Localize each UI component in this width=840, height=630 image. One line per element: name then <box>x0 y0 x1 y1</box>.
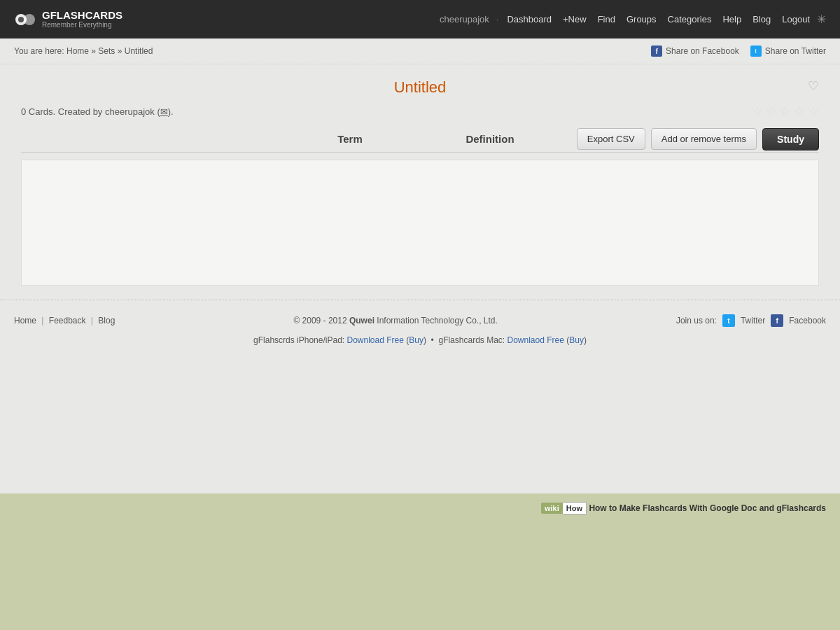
title-section: Untitled ♡ <box>21 78 819 97</box>
footer-top: Home | Feedback | Blog © 2009 - 2012 Quw… <box>14 314 826 327</box>
email-link[interactable]: ✉ <box>160 106 168 117</box>
mac-label: gFlashcards Mac: <box>438 335 505 345</box>
nav-help[interactable]: Help <box>718 11 746 27</box>
svg-point-2 <box>18 17 24 22</box>
footer-company-link[interactable]: Quwei <box>349 316 374 326</box>
divider <box>21 152 819 153</box>
footer-feedback-link[interactable]: Feedback <box>49 316 86 326</box>
how-part: How <box>563 502 587 514</box>
definition-column-header: Definition <box>420 133 560 145</box>
nav-blog[interactable]: Blog <box>748 11 775 27</box>
mac-download-link[interactable]: Downlaod Free <box>507 335 564 345</box>
footer-twitter-link[interactable]: Twitter <box>741 316 765 326</box>
footer-blog-link[interactable]: Blog <box>98 316 115 326</box>
share-twitter[interactable]: t Share on Twitter <box>750 46 826 57</box>
cards-info: 0 Cards. Created by cheerupajok (✉). <box>21 106 174 117</box>
add-remove-terms-button[interactable]: Add or remove terms <box>651 128 757 150</box>
logo: GFLASHCARDS Remember Everything <box>14 8 122 31</box>
ios-download-link[interactable]: Download Free <box>347 335 404 345</box>
nav-find[interactable]: Find <box>594 11 620 27</box>
navbar: GFLASHCARDS Remember Everything cheerupa… <box>0 0 840 38</box>
footer-twitter-icon: t <box>722 314 735 327</box>
logo-icon <box>14 8 36 31</box>
action-buttons: Export CSV Add or remove terms Study <box>577 128 819 150</box>
export-csv-button[interactable]: Export CSV <box>577 128 645 150</box>
star-3[interactable]: ☆ <box>780 104 791 119</box>
mac-buy-link[interactable]: Buy <box>569 335 584 345</box>
nav-dashboard[interactable]: Dashboard <box>503 11 556 27</box>
cards-count: 0 Cards. <box>21 106 55 117</box>
breadcrumb-sets[interactable]: Sets <box>98 46 115 56</box>
iphone-label: gFlahscrds iPhone/iPad: <box>253 335 344 345</box>
term-column-header: Term <box>280 133 420 145</box>
cards-list <box>21 160 819 286</box>
star-5[interactable]: ☆ <box>808 104 819 119</box>
breadcrumb: You are here: Home » Sets » Untitled <box>14 46 153 56</box>
created-by: Created by cheerupajok <box>58 106 155 117</box>
share-facebook[interactable]: f Share on Facebook <box>651 46 739 57</box>
study-button[interactable]: Study <box>762 128 819 150</box>
star-rating[interactable]: ☆ ☆ ☆ ☆ ☆ <box>752 104 819 119</box>
star-1[interactable]: ☆ <box>752 104 763 119</box>
wikihow-text: How to Make Flashcards With Google Doc a… <box>589 503 826 513</box>
join-us-label: Join us on: <box>676 316 717 326</box>
nav-separator: · <box>496 14 499 24</box>
footer-nav: Home | Feedback | Blog <box>14 316 115 326</box>
footer-home-link[interactable]: Home <box>14 316 36 326</box>
controls-row: Term Definition Export CSV Add or remove… <box>21 133 819 145</box>
ios-buy-link[interactable]: Buy <box>409 335 424 345</box>
info-row: 0 Cards. Created by cheerupajok (✉). ☆ ☆… <box>21 104 819 119</box>
logo-text-block: GFLASHCARDS Remember Everything <box>42 10 122 29</box>
svg-point-1 <box>24 14 35 25</box>
nav-categories[interactable]: Categories <box>664 11 716 27</box>
nav-new[interactable]: +New <box>559 11 591 27</box>
facebook-icon: f <box>651 46 662 57</box>
footer-apps: gFlahscrds iPhone/iPad: Download Free (B… <box>14 335 826 345</box>
content-area: Untitled ♡ 0 Cards. Created by cheerupaj… <box>0 64 840 300</box>
share-twitter-label: Share on Twitter <box>765 46 826 56</box>
footer-copyright: © 2009 - 2012 Quwei Information Technolo… <box>293 316 497 326</box>
nav-username: cheerupajok <box>440 14 489 24</box>
twitter-icon: t <box>750 46 762 57</box>
top-bar: You are here: Home » Sets » Untitled f S… <box>0 38 840 64</box>
set-title: Untitled <box>21 78 819 97</box>
breadcrumb-current: Untitled <box>125 46 153 56</box>
share-links: f Share on Facebook t Share on Twitter <box>651 46 826 57</box>
star-4[interactable]: ☆ <box>794 104 805 119</box>
footer-facebook-link[interactable]: Facebook <box>789 316 826 326</box>
footer: Home | Feedback | Blog © 2009 - 2012 Quw… <box>0 300 840 366</box>
nav-links: cheerupajok · Dashboard +New Find Groups… <box>440 11 826 27</box>
footer-facebook-icon: f <box>771 314 783 327</box>
footer-social: Join us on: t Twitter f Facebook <box>676 314 826 327</box>
logo-tagline: Remember Everything <box>42 21 122 29</box>
wikihow-badge: wikiHow <box>541 502 587 514</box>
nav-settings-icon[interactable]: ✳ <box>817 13 826 26</box>
nav-groups[interactable]: Groups <box>622 11 661 27</box>
main-wrapper: You are here: Home » Sets » Untitled f S… <box>0 38 840 493</box>
wiki-part: wiki <box>541 503 563 514</box>
favorite-heart-icon[interactable]: ♡ <box>808 78 819 94</box>
nav-logout[interactable]: Logout <box>778 11 814 27</box>
breadcrumb-home[interactable]: Home <box>66 46 89 56</box>
share-facebook-label: Share on Facebook <box>666 46 739 56</box>
mail-icon: ✉ <box>160 106 168 117</box>
breadcrumb-prefix: You are here: <box>14 46 64 56</box>
wikihow-bar: wikiHow How to Make Flashcards With Goog… <box>0 493 840 523</box>
logo-name: GFLASHCARDS <box>42 10 122 22</box>
star-2[interactable]: ☆ <box>766 104 777 119</box>
